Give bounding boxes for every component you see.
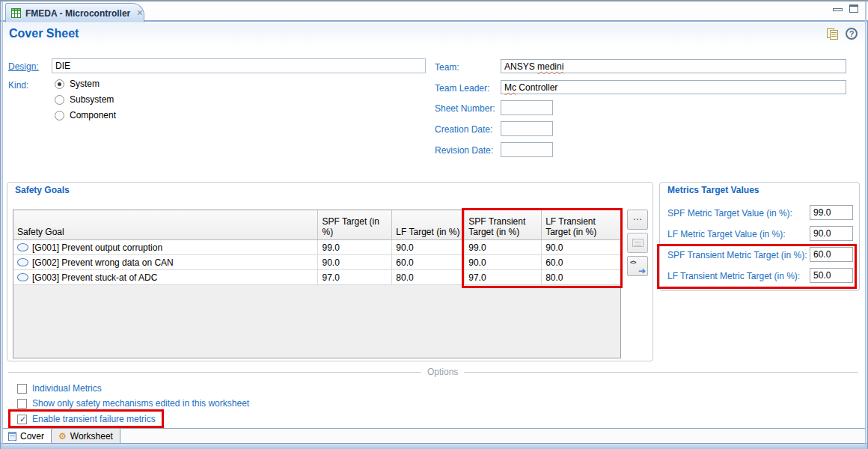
radio-label: Component [70,110,116,120]
kind-radio-subsystem[interactable]: Subsystem [55,94,114,105]
checkbox-enable-transient-failure-metrics[interactable]: Enable transient failure metrics [17,414,156,424]
cell-spf: 97.0 [318,270,392,284]
col-header-lf-transient-target[interactable]: LF Transient Target (in %) [542,210,620,239]
kind-label: Kind: [8,80,28,91]
kind-radio-system[interactable]: System [55,79,100,89]
sheet-number-label: Sheet Number: [435,103,495,114]
cell-goal: [G003] Prevent stuck-at of ADC [13,270,318,284]
goal-text: [G002] Prevent wrong data on CAN [32,257,174,268]
checkbox-show-only-safety-mechanisms[interactable]: Show only safety mechanisms edited in th… [17,398,249,409]
tab-worksheet[interactable]: ⚙ Worksheet [52,429,120,443]
table-header-row: Safety Goal SPF Target (in %) LF Target … [13,210,620,240]
cell-goal: [G002] Prevent wrong data on CAN [13,255,318,269]
table-row[interactable]: [G001] Prevent output corruption 99.0 90… [13,240,620,255]
creation-date-field[interactable] [501,121,553,136]
close-icon[interactable]: ✕ [136,8,143,18]
spf-transient-metric-target-label: SPF Transient Metric Target (in %): [667,250,807,260]
cell-spf: 90.0 [318,255,392,269]
design-label[interactable]: Design: [8,61,39,72]
checkbox-icon [17,415,27,424]
safety-goals-table[interactable]: Safety Goal SPF Target (in %) LF Target … [13,210,621,358]
team-value-misspelled: medini [537,61,563,72]
revision-date-label: Revision Date: [435,145,493,156]
edit-description-button[interactable] [627,233,648,253]
col-header-spf-target[interactable]: SPF Target (in %) [318,210,392,239]
tab-cover[interactable]: Cover [1,429,52,443]
team-leader-field[interactable]: Mc Controller [501,80,846,94]
page-title: Cover Sheet [9,27,79,40]
col-header-lf-target[interactable]: LF Target (in %) [392,210,465,239]
cell-lf: 90.0 [392,240,465,254]
col-header-spf-transient-target[interactable]: SPF Transient Target (in %) [465,210,542,239]
design-field[interactable]: DIE [52,58,426,73]
team-leader-label: Team Leader: [435,83,489,94]
safety-goal-icon [17,243,28,251]
cell-lf: 60.0 [392,255,465,269]
code-icon: <> [630,259,635,266]
minimize-icon[interactable] [833,8,843,11]
checkbox-individual-metrics[interactable]: Individual Metrics [17,383,102,394]
lf-transient-metric-target-label: LF Transient Metric Target (in %): [667,271,800,281]
safety-goal-icon [17,273,28,281]
cell-spf-transient: 97.0 [465,270,542,284]
editor-tab-strip: FMEDA - Microcontroller ✕ [1,1,868,22]
col-header-safety-goal[interactable]: Safety Goal [13,210,318,239]
lf-metric-target-field[interactable]: 90.0 [810,226,853,241]
sheet-number-field[interactable] [501,100,553,115]
goal-text: [G003] Prevent stuck-at of ADC [32,272,157,283]
radio-icon [55,95,64,105]
radio-label: Subsystem [70,94,114,105]
safety-goals-group: Safety Goals Safety Goal SPF Target (in … [7,182,653,361]
metrics-target-values-group: Metrics Target Values SPF Metric Target … [659,182,860,291]
team-label: Team: [435,62,459,73]
spf-metric-target-field[interactable]: 99.0 [810,205,853,220]
cell-lf-transient: 80.0 [542,270,620,284]
fmeda-editor-window: FMEDA - Microcontroller ✕ Cover Sheet ? … [0,0,868,449]
lf-metric-target-label: LF Metric Target Value (in %): [667,229,786,239]
status-strip [1,443,867,449]
checkbox-icon [17,399,27,409]
table-row[interactable]: [G003] Prevent stuck-at of ADC 97.0 80.0… [13,270,620,285]
team-field[interactable]: ANSYS medini [501,59,846,73]
safety-goal-icon [17,258,28,266]
radio-icon [55,111,64,120]
spf-metric-target-label: SPF Metric Target Value (in %): [667,208,792,219]
metrics-title: Metrics Target Values [667,185,760,195]
team-value: ANSYS [504,61,537,72]
checkbox-label: Show only safety mechanisms edited in th… [32,398,249,409]
editor-tab-title: FMEDA - Microcontroller [25,8,130,19]
radio-icon [55,79,64,89]
spf-transient-metric-target-field[interactable]: 60.0 [810,247,853,262]
more-options-button[interactable]: … [627,210,648,230]
lf-transient-metric-target-field[interactable]: 50.0 [810,268,853,283]
cell-spf-transient: 90.0 [465,255,542,269]
table-row[interactable]: [G002] Prevent wrong data on CAN 90.0 60… [13,255,620,270]
cell-spf-transient: 99.0 [465,240,542,254]
radio-label: System [70,79,100,89]
help-icon[interactable]: ? [846,28,858,40]
cover-sheet-header: Cover Sheet ? [3,23,867,47]
cell-spf: 99.0 [318,240,392,254]
goal-text: [G001] Prevent output corruption [32,242,162,253]
editor-tab-fmeda-microcontroller[interactable]: FMEDA - Microcontroller ✕ [5,3,144,22]
team-leader-misspelled: Mc [504,82,516,93]
cell-lf-transient: 60.0 [542,255,620,269]
creation-date-label: Creation Date: [435,124,492,135]
checkbox-label: Individual Metrics [32,383,102,394]
tab-label: Worksheet [70,431,113,442]
options-separator-label: Options [421,367,464,377]
sheet-tab-bar: Cover ⚙ Worksheet [1,428,867,443]
cover-sheet-icon [8,432,16,441]
cell-goal: [G001] Prevent output corruption [13,240,318,254]
sync-requirements-button[interactable]: <> ➔ [627,256,648,276]
tab-label: Cover [20,431,44,442]
safety-goals-title: Safety Goals [15,185,70,195]
arrow-icon: ➔ [638,267,646,275]
maximize-icon[interactable] [849,4,858,13]
copy-sheet-icon[interactable] [826,28,839,40]
team-leader-value: Controller [516,82,557,93]
revision-date-field[interactable] [501,142,553,157]
checkbox-icon [17,384,27,394]
kind-radio-component[interactable]: Component [55,110,116,120]
cell-lf: 80.0 [392,270,465,284]
